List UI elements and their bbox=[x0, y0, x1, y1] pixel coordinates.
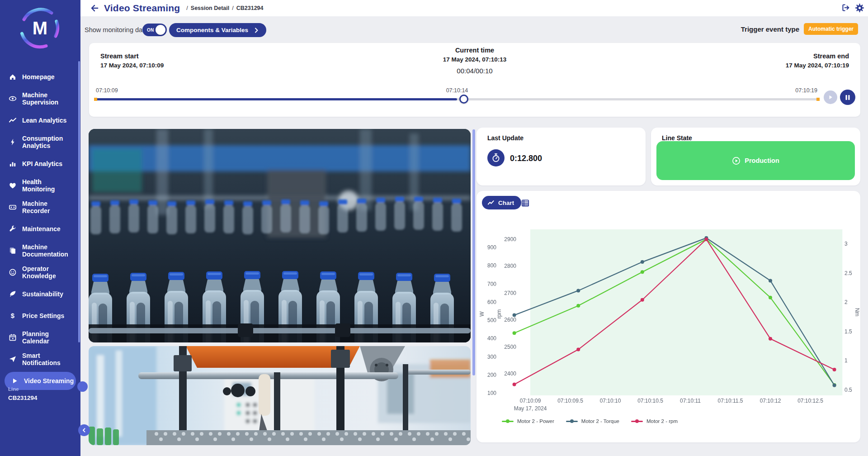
sidebar-item-label: Smart Notifications bbox=[22, 352, 75, 366]
sidebar-item-lean-analytics[interactable]: Lean Analytics bbox=[0, 109, 80, 131]
line-value: CB231294 bbox=[8, 394, 38, 401]
monitoring-toggle[interactable]: ON bbox=[142, 24, 167, 36]
wrench-icon bbox=[8, 224, 17, 233]
svg-text:May 17, 2024: May 17, 2024 bbox=[514, 405, 547, 412]
sidebar-item-planning-calendar[interactable]: Planning Calendar bbox=[0, 327, 80, 348]
svg-text:Nm: Nm bbox=[854, 308, 860, 317]
sidebar-item-label: Consumption Analytics bbox=[22, 135, 75, 149]
page-title: Video Streaming bbox=[104, 3, 180, 14]
sidebar-item-price-settings[interactable]: $Price Settings bbox=[0, 305, 80, 327]
svg-text:1.5: 1.5 bbox=[844, 328, 852, 335]
legend-item-motor-2-rpm[interactable]: Motor 2 - rpm bbox=[631, 418, 678, 424]
breadcrumb-session-detail[interactable]: Session Detail bbox=[191, 5, 229, 11]
breadcrumb-line-id[interactable]: CB231294 bbox=[236, 5, 264, 11]
sidebar-item-label: Planning Calendar bbox=[22, 330, 75, 345]
video2-scene bbox=[89, 346, 471, 445]
sidebar-item-label: Lean Analytics bbox=[22, 117, 75, 124]
panel-scrollbar[interactable] bbox=[472, 129, 475, 375]
slider-start-label: 07:10:09 bbox=[96, 87, 118, 94]
sidebar-item-label: Sustainability bbox=[22, 290, 75, 298]
components-variables-button[interactable]: Components & Variables bbox=[169, 23, 266, 37]
sidebar-item-operator-knowledge[interactable]: Operator Knowledge bbox=[0, 261, 80, 283]
legend-label: Motor 2 - Torque bbox=[581, 418, 619, 424]
sidebar-item-label: Homepage bbox=[22, 73, 75, 81]
sidebar-item-homepage[interactable]: Homepage bbox=[0, 66, 80, 88]
legend-label: Motor 2 - rpm bbox=[646, 418, 678, 424]
sidebar-item-label: Machine Supervision bbox=[22, 91, 75, 106]
back-arrow-icon bbox=[90, 3, 99, 13]
svg-text:3: 3 bbox=[844, 241, 848, 247]
svg-text:2600: 2600 bbox=[504, 317, 516, 323]
svg-text:W: W bbox=[479, 311, 485, 317]
sidebar-item-label: Machine Documentation bbox=[22, 243, 75, 258]
sidebar-nav: HomepageMachine SupervisionLean Analytic… bbox=[0, 66, 80, 392]
settings-button[interactable] bbox=[854, 3, 864, 13]
recorder-icon bbox=[8, 203, 17, 212]
knowledge-icon bbox=[8, 268, 17, 277]
stream-end-label: Stream end bbox=[786, 52, 849, 60]
svg-text:2800: 2800 bbox=[504, 263, 516, 269]
svg-text:07:10:10: 07:10:10 bbox=[600, 398, 621, 404]
svg-text:07:10:09.5: 07:10:09.5 bbox=[557, 398, 583, 404]
svg-text:400: 400 bbox=[487, 335, 496, 342]
video-stream-frame-2 bbox=[89, 346, 471, 445]
sidebar-item-smart-notifications[interactable]: Smart Notifications bbox=[0, 348, 80, 370]
back-button[interactable] bbox=[90, 3, 99, 13]
svg-text:2.5: 2.5 bbox=[844, 270, 852, 276]
svg-text:rpm: rpm bbox=[496, 309, 502, 319]
sidebar-item-label: KPI Analytics bbox=[22, 160, 75, 167]
stream-start-label: Stream start bbox=[100, 52, 164, 60]
current-time-block: Current time 17 May 2024, 07:10:13 00:04… bbox=[443, 47, 506, 75]
send-icon bbox=[8, 355, 17, 364]
slider-thumb[interactable] bbox=[459, 95, 468, 104]
line-info: Line CB231294 bbox=[8, 386, 38, 401]
app-logo: M bbox=[18, 6, 61, 50]
pause-button[interactable] bbox=[840, 90, 855, 105]
sidebar-item-health-monitoring[interactable]: Health Monitoring bbox=[0, 175, 80, 196]
sidebar-item-machine-recorder[interactable]: Machine Recorder bbox=[0, 196, 80, 218]
legend-item-motor-2-torque[interactable]: Motor 2 - Torque bbox=[566, 418, 619, 424]
stream-end-value: 17 May 2024, 07:10:19 bbox=[786, 62, 849, 69]
chevron-left-icon bbox=[81, 427, 87, 433]
breadcrumb-separator: / bbox=[232, 5, 233, 11]
breadcrumb-separator: / bbox=[186, 5, 188, 11]
sidebar-item-machine-supervision[interactable]: Machine Supervision bbox=[0, 88, 80, 109]
sidebar-item-label: Operator Knowledge bbox=[22, 265, 75, 280]
sidebar-item-kpi-analytics[interactable]: KPI Analytics bbox=[0, 153, 80, 175]
svg-text:100: 100 bbox=[487, 390, 496, 396]
logout-icon bbox=[841, 3, 850, 12]
sidebar-item-maintenance[interactable]: Maintenance bbox=[0, 218, 80, 240]
slider-start-marker bbox=[94, 98, 97, 101]
legend-swatch bbox=[566, 421, 578, 422]
sidebar-item-sustainability[interactable]: Sustainability bbox=[0, 283, 80, 305]
sidebar-item-label: Video Streaming bbox=[24, 377, 76, 385]
line-state-value: Production bbox=[745, 157, 779, 164]
motor-metrics-chart: 07:10:09May 17, 202407:10:09.507:10:1007… bbox=[476, 191, 860, 442]
svg-text:2500: 2500 bbox=[504, 344, 516, 350]
header-bar: Video Streaming / Session Detail / CB231… bbox=[80, 0, 868, 16]
stream-timeline-card: Stream start 17 May 2024, 07:10:09 Curre… bbox=[89, 43, 860, 117]
legend-item-motor-2-power[interactable]: Motor 2 - Power bbox=[502, 418, 554, 424]
bolt-icon bbox=[8, 138, 17, 147]
svg-text:2400: 2400 bbox=[504, 370, 516, 377]
sidebar-collapse-button[interactable] bbox=[78, 424, 90, 436]
svg-text:07:10:11: 07:10:11 bbox=[680, 398, 701, 404]
sidebar-item-label: Machine Recorder bbox=[22, 200, 75, 214]
logout-button[interactable] bbox=[841, 3, 851, 13]
toggle-state-label: ON bbox=[147, 28, 154, 33]
sidebar-scrollbar[interactable] bbox=[78, 61, 80, 342]
sidebar-item-label: Health Monitoring bbox=[22, 178, 75, 193]
sidebar-item-consumption-analytics[interactable]: Consumption Analytics bbox=[0, 131, 80, 153]
elapsed-time: 00:04/00:10 bbox=[443, 67, 506, 75]
play-button[interactable] bbox=[824, 90, 837, 104]
last-update-title: Last Update bbox=[487, 134, 524, 142]
sidebar-item-machine-documentation[interactable]: Machine Documentation bbox=[0, 240, 80, 261]
trigger-event-group: Trigger event type Automatic trigger bbox=[741, 23, 858, 35]
dollar-icon: $ bbox=[8, 311, 17, 320]
slider-track[interactable] bbox=[96, 98, 818, 100]
show-monitoring-label: Show monitoring data bbox=[85, 26, 148, 33]
svg-text:0.5: 0.5 bbox=[844, 387, 852, 393]
svg-text:1: 1 bbox=[844, 357, 848, 364]
svg-text:07:10:11.5: 07:10:11.5 bbox=[718, 398, 743, 404]
calendar-icon bbox=[8, 333, 17, 342]
